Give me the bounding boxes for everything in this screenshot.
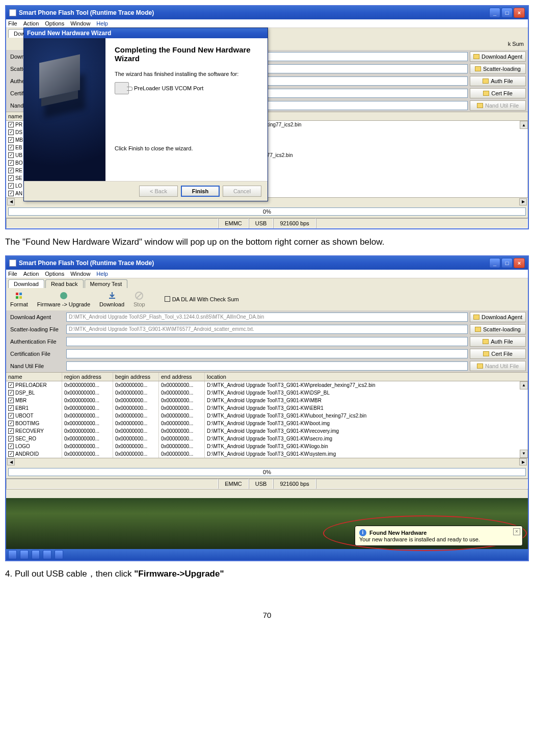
- row-checkbox[interactable]: ✓: [8, 137, 14, 143]
- menu-options[interactable]: Options: [45, 20, 64, 27]
- maximize-button[interactable]: □: [501, 8, 513, 18]
- row-checkbox[interactable]: ✓: [8, 421, 14, 426]
- task-item[interactable]: [20, 550, 29, 559]
- wizard-dialog[interactable]: Found New Hardware Wizard Completing the…: [23, 28, 268, 201]
- scroll-down-arrow[interactable]: ▼: [520, 450, 528, 458]
- tab-readback[interactable]: Read back: [45, 279, 84, 288]
- row-checkbox[interactable]: ✓: [8, 191, 14, 196]
- table-row[interactable]: ✓EBR10x000000000...0x00000000...0x000000…: [6, 404, 528, 412]
- scatter-input[interactable]: D:\MTK_Android Upgrade Tool\T3_G901-KW\M…: [66, 325, 468, 334]
- scroll-right-arrow[interactable]: ▶: [519, 458, 527, 465]
- wizard-finish-button[interactable]: Finish: [181, 186, 220, 197]
- wizard-titlebar[interactable]: Found New Hardware Wizard: [24, 28, 268, 38]
- menu-help[interactable]: Help: [96, 271, 108, 277]
- row-checkbox[interactable]: ✓: [8, 398, 14, 403]
- scroll-left-arrow[interactable]: ◀: [7, 198, 15, 205]
- close-button[interactable]: ×: [514, 8, 525, 18]
- close-button[interactable]: ×: [514, 258, 525, 268]
- folder-icon: [473, 315, 479, 320]
- table-row[interactable]: ✓UBOOT0x000000000...0x00000000...0x00000…: [6, 412, 528, 420]
- menu-options[interactable]: Options: [45, 271, 64, 277]
- auth-input[interactable]: [66, 337, 468, 346]
- row-checkbox[interactable]: ✓: [8, 122, 14, 127]
- scroll-right-arrow[interactable]: ▶: [519, 198, 527, 205]
- scatter-button[interactable]: Scatter-loading: [470, 324, 526, 334]
- list-body[interactable]: ▲ ▼ ✓PRELOADER0x000000000...0x00000000..…: [6, 381, 528, 458]
- task-item[interactable]: [8, 550, 17, 559]
- table-row[interactable]: ✓MBR0x000000000...0x00000000...0x0000000…: [6, 397, 528, 404]
- task-item[interactable]: [43, 550, 51, 559]
- scroll-up-arrow[interactable]: ▲: [520, 121, 528, 129]
- task-item[interactable]: [55, 550, 63, 559]
- row-checkbox[interactable]: ✓: [8, 168, 14, 173]
- row-checkbox[interactable]: ✓: [8, 428, 14, 434]
- table-row[interactable]: ✓DSP_BL0x000000000...0x00000000...0x0000…: [6, 389, 528, 397]
- col-end[interactable]: end address: [159, 373, 205, 381]
- minimize-button[interactable]: _: [489, 258, 500, 268]
- row-checkbox[interactable]: ✓: [8, 405, 14, 411]
- table-row[interactable]: ✓RECOVERY0x000000000...0x00000000...0x00…: [6, 427, 528, 435]
- row-checkbox[interactable]: ✓: [8, 152, 14, 158]
- col-begin[interactable]: begin address: [113, 373, 159, 381]
- cert-input[interactable]: [66, 349, 468, 358]
- nand-input[interactable]: [66, 361, 468, 371]
- row-checkbox[interactable]: ✓: [8, 436, 14, 441]
- col-name[interactable]: name: [6, 373, 62, 381]
- window-title: Smart Phone Flash Tool (Runtime Trace Mo…: [19, 259, 154, 267]
- scatter-button[interactable]: Scatter-loading: [470, 64, 526, 74]
- table-row[interactable]: ✓SEC_RO0x000000000...0x00000000...0x0000…: [6, 435, 528, 442]
- col-region[interactable]: region address: [62, 373, 113, 381]
- row-checkbox[interactable]: ✓: [8, 413, 14, 419]
- titlebar-2[interactable]: Smart Phone Flash Tool (Runtime Trace Mo…: [6, 256, 528, 270]
- auth-button[interactable]: Auth File: [470, 336, 526, 347]
- row-checkbox[interactable]: ✓: [8, 160, 14, 166]
- row-checkbox[interactable]: ✓: [8, 444, 14, 449]
- window-title: Smart Phone Flash Tool (Runtime Trace Mo…: [19, 9, 154, 16]
- table-row[interactable]: ✓ANDROID0x000000000...0x00000000...0x000…: [6, 450, 528, 458]
- row-checkbox[interactable]: ✓: [8, 390, 14, 396]
- progress-bar: 0%: [8, 207, 526, 216]
- menu-action[interactable]: Action: [23, 271, 39, 277]
- menu-file[interactable]: File: [8, 20, 17, 27]
- task-item[interactable]: [32, 550, 40, 559]
- tb-download[interactable]: Download: [99, 291, 124, 307]
- da-input[interactable]: D:\MTK_Android Upgrade Tool\SP_Flash_Too…: [66, 312, 468, 322]
- row-checkbox[interactable]: ✓: [8, 129, 14, 135]
- tab-memtest[interactable]: Memory Test: [85, 279, 128, 288]
- da-button[interactable]: Download Agent: [470, 51, 526, 62]
- maximize-button[interactable]: □: [501, 258, 513, 268]
- minimize-button[interactable]: _: [489, 8, 500, 18]
- taskbar[interactable]: [6, 549, 528, 560]
- cert-button[interactable]: Cert File: [470, 88, 526, 98]
- row-checkbox[interactable]: ✓: [8, 451, 14, 457]
- titlebar-1[interactable]: Smart Phone Flash Tool (Runtime Trace Mo…: [6, 6, 528, 19]
- cert-button[interactable]: Cert File: [470, 349, 526, 359]
- row-checkbox[interactable]: ✓: [8, 183, 14, 189]
- menu-window[interactable]: Window: [70, 271, 90, 277]
- auth-button[interactable]: Auth File: [470, 76, 526, 86]
- horizontal-scrollbar[interactable]: ◀ ▶: [6, 458, 528, 466]
- table-row[interactable]: ✓PRELOADER0x000000000...0x00000000...0x0…: [6, 381, 528, 389]
- row-name: PRELOADER: [15, 382, 47, 388]
- menu-help[interactable]: Help: [96, 20, 108, 27]
- tb-format[interactable]: Format: [10, 291, 28, 307]
- scroll-left-arrow[interactable]: ◀: [7, 458, 15, 465]
- menu-window[interactable]: Window: [70, 20, 90, 27]
- da-button[interactable]: Download Agent: [470, 312, 526, 322]
- svg-rect-5: [109, 298, 115, 299]
- col-location[interactable]: location: [205, 373, 528, 381]
- table-row[interactable]: ✓LOGO0x000000000...0x00000000...0x000000…: [6, 442, 528, 450]
- balloon-tooltip[interactable]: × iFound New Hardware Your new hardware …: [355, 526, 523, 546]
- table-row[interactable]: ✓BOOTIMG0x000000000...0x00000000...0x000…: [6, 420, 528, 427]
- balloon-close-icon[interactable]: ×: [513, 528, 520, 535]
- menu-action[interactable]: Action: [23, 20, 39, 27]
- tab-download[interactable]: Download: [8, 279, 44, 288]
- row-checkbox[interactable]: ✓: [8, 175, 14, 181]
- checksum-checkbox[interactable]: [165, 296, 170, 302]
- menu-file[interactable]: File: [8, 271, 17, 277]
- scroll-up-arrow[interactable]: ▲: [520, 381, 528, 389]
- row-checkbox[interactable]: ✓: [8, 145, 14, 150]
- row-name: BOOTIMG: [15, 421, 39, 426]
- row-checkbox[interactable]: ✓: [8, 382, 14, 388]
- tb-firmware[interactable]: Firmware -> Upgrade: [37, 291, 90, 307]
